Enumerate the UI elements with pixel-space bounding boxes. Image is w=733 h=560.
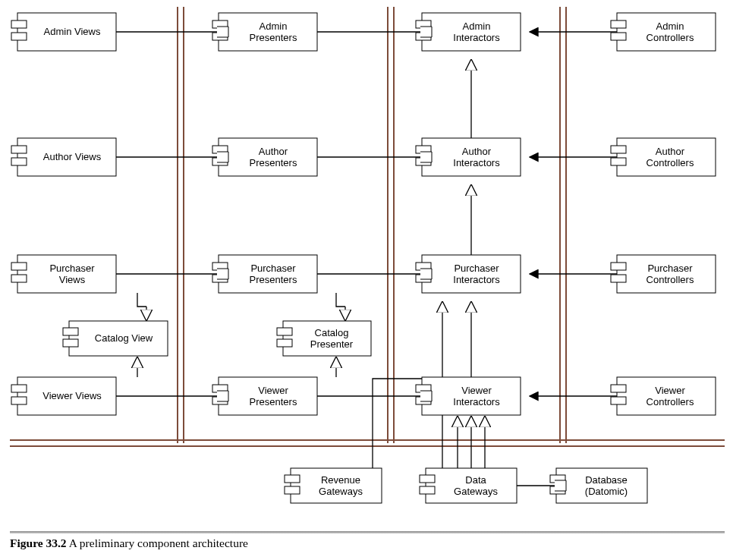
svg-rect-70 [63,339,78,347]
svg-rect-45 [11,146,27,153]
label: Database [585,474,628,486]
figure-number: Figure 33.2 [10,536,67,549]
label: Purchaser [250,263,296,274]
svg-rect-88 [285,486,300,494]
component-admin-interactors: Admin Interactors [416,13,521,51]
label: Author Views [43,151,102,162]
architecture-diagram: Admin Views Admin Presenters Admin I [10,7,725,530]
label: Purchaser [49,263,95,274]
label: Author [656,146,685,157]
label: (Datomic) [585,486,628,497]
component-author-interactors: Author Interactors [416,138,521,176]
component-admin-presenters: Admin Presenters [212,13,317,51]
svg-rect-67 [611,275,626,282]
label: Presenters [250,157,297,168]
label: Catalog View [95,332,153,344]
label: Admin [260,20,288,32]
svg-rect-87 [285,475,300,483]
label: Interactors [453,396,500,407]
svg-rect-73 [277,339,292,347]
label: Interactors [453,32,500,43]
components: Admin Views Admin Presenters Admin I [11,13,716,503]
label: Presenter [310,338,354,350]
component-viewer-interactors: Viewer Interactors [416,377,521,415]
figure-title: A preliminary component architecture [69,536,248,549]
connectors [116,32,617,486]
svg-rect-69 [63,328,78,335]
component-viewer-views: Viewer Views [11,377,116,415]
svg-rect-54 [611,146,626,153]
label: Gateways [454,486,498,497]
figure-caption: Figure 33.2 A preliminary component arch… [10,536,248,550]
component-catalog-view: Catalog View [63,321,168,356]
svg-rect-91 [420,486,435,494]
label: Controllers [646,396,694,407]
component-author-views: Author Views [11,138,116,176]
label: Purchaser [454,263,499,274]
svg-rect-46 [11,158,27,165]
svg-rect-55 [611,158,626,165]
component-purchaser-controllers: Purchaser Controllers [611,255,716,293]
label: Gateways [319,486,363,497]
svg-rect-42 [611,20,626,28]
label: Controllers [646,32,694,43]
label: Purchaser [647,263,693,274]
component-viewer-presenters: Viewer Presenters [212,377,317,415]
label: Viewer Views [42,390,102,401]
svg-rect-84 [611,385,626,392]
label: Admin Views [44,26,101,37]
svg-rect-72 [277,328,292,335]
component-viewer-controllers: Viewer Controllers [611,377,716,415]
label: Author [259,146,288,157]
component-data-gateways: Data Gateways [420,468,517,503]
label: Author [462,146,492,157]
svg-rect-76 [11,397,27,404]
label: Revenue [321,474,360,486]
component-catalog-presenter: Catalog Presenter [277,321,371,356]
label: Interactors [453,157,500,168]
label: Admin [463,20,491,32]
label: Controllers [646,157,694,168]
component-purchaser-interactors: Purchaser Interactors [416,255,521,293]
component-author-presenters: Author Presenters [212,138,317,176]
caption-divider [10,531,725,533]
label: Admin [656,20,684,32]
label: Controllers [646,274,694,285]
component-author-controllers: Author Controllers [611,138,716,176]
label: Viewer [655,385,685,396]
label: Catalog [315,327,349,338]
component-database: Database (Datomic) [550,468,647,503]
svg-rect-58 [11,275,27,282]
svg-rect-57 [11,263,27,270]
label: Data [465,474,486,486]
component-revenue-gateways: Revenue Gateways [285,468,382,503]
component-admin-controllers: Admin Controllers [611,13,716,51]
svg-rect-43 [611,33,626,40]
component-admin-views: Admin Views [11,13,116,51]
label: Views [59,274,86,285]
svg-rect-90 [420,475,435,483]
svg-rect-85 [611,397,626,404]
label: Presenters [250,274,297,285]
svg-rect-34 [11,33,27,40]
label: Interactors [453,274,500,285]
svg-rect-75 [11,385,27,392]
label: Presenters [250,32,297,43]
component-purchaser-presenters: Purchaser Presenters [212,255,317,293]
label: Viewer [258,385,288,396]
label: Presenters [250,396,297,407]
label: Viewer [461,385,492,396]
svg-rect-33 [11,20,27,28]
svg-rect-66 [611,263,626,270]
component-purchaser-views: Purchaser Views [11,255,116,293]
